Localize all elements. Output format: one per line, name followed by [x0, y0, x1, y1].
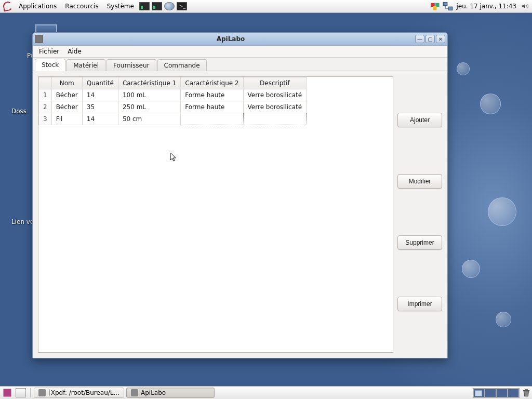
- header-desc[interactable]: Descriptif: [243, 77, 307, 89]
- row-number: 3: [39, 113, 52, 125]
- top-panel: Applications Raccourcis Système >_ jeu. …: [0, 0, 532, 13]
- imprimer-button[interactable]: Imprimer: [397, 297, 442, 311]
- table-header-row: Nom Quantité Caractéristique 1 Caractéri…: [39, 77, 307, 89]
- tabstrip: Stock Matériel Fournisseur Commande: [33, 58, 447, 71]
- workspace-2[interactable]: [485, 389, 496, 397]
- header-index[interactable]: [39, 77, 52, 89]
- clock-text: jeu. 17 janv., 11:43: [456, 3, 516, 10]
- taskbar-label: ApiLabo: [141, 389, 166, 396]
- cell-c2[interactable]: [181, 113, 243, 125]
- menu-fichier[interactable]: Fichier: [35, 47, 63, 56]
- cell-desc[interactable]: Verre borosilicaté: [243, 89, 307, 101]
- app-menubar: Fichier Aide: [33, 46, 447, 58]
- volume-icon[interactable]: [520, 2, 530, 10]
- tab-commande[interactable]: Commande: [157, 59, 207, 71]
- svg-rect-5: [4, 389, 11, 397]
- stock-table-container[interactable]: Nom Quantité Caractéristique 1 Caractéri…: [38, 76, 393, 353]
- window-icon: [35, 35, 43, 43]
- desktop-label-3[interactable]: Lien ve: [11, 218, 34, 225]
- taskbar-item-apilabo[interactable]: ApiLabo: [126, 388, 215, 398]
- globe-icon[interactable]: [164, 2, 175, 10]
- header-quantite[interactable]: Quantité: [82, 77, 118, 89]
- panel-clock[interactable]: jeu. 17 janv., 11:43: [454, 3, 518, 10]
- workspace-1[interactable]: [473, 389, 485, 397]
- header-c2[interactable]: Caractéristique 2: [181, 77, 243, 89]
- row-number: 2: [39, 101, 52, 113]
- svg-rect-4: [449, 7, 453, 10]
- stock-table: Nom Quantité Caractéristique 1 Caractéri…: [38, 77, 307, 125]
- table-row[interactable]: 2 Bécher 35 250 mL Forme haute Verre bor…: [39, 101, 307, 113]
- panel-separator: [30, 388, 31, 397]
- cell-nom[interactable]: Bécher: [51, 89, 82, 101]
- cell-c1[interactable]: 100 mL: [118, 89, 180, 101]
- cell-c2[interactable]: Forme haute: [181, 89, 243, 101]
- svg-rect-2: [433, 6, 437, 10]
- app-window-apilabo: ApiLabo — ▢ ✕ Fichier Aide Stock Matérie…: [32, 32, 448, 358]
- svg-rect-3: [444, 3, 448, 6]
- cell-c2[interactable]: Forme haute: [181, 101, 243, 113]
- terminal-icon[interactable]: >_: [177, 2, 187, 10]
- app-icon: [131, 389, 138, 396]
- minimize-button[interactable]: —: [415, 35, 424, 43]
- network-icon[interactable]: [443, 2, 453, 10]
- show-desktop-button[interactable]: [16, 388, 26, 397]
- supprimer-button[interactable]: Supprimer: [397, 235, 442, 250]
- workspace-switcher[interactable]: [473, 388, 520, 398]
- header-c1[interactable]: Caractéristique 1: [118, 77, 180, 89]
- app-launcher-icon[interactable]: [2, 389, 12, 397]
- tab-fournisseur[interactable]: Fournisseur: [107, 59, 156, 71]
- desktop-label-2[interactable]: Doss: [11, 108, 26, 115]
- close-button[interactable]: ✕: [436, 35, 445, 43]
- maximize-button[interactable]: ▢: [425, 35, 435, 43]
- menu-systeme[interactable]: Système: [103, 2, 138, 11]
- tab-stock[interactable]: Stock: [35, 59, 65, 71]
- workspace-4[interactable]: [508, 389, 519, 397]
- window-title: ApiLabo: [46, 35, 415, 43]
- cell-quantite[interactable]: 14: [82, 113, 118, 125]
- debian-logo-icon[interactable]: [3, 2, 12, 11]
- side-buttons: Ajouter Modifier Supprimer Imprimer: [397, 76, 442, 353]
- row-number: 1: [39, 89, 52, 101]
- cell-c1[interactable]: 250 mL: [118, 101, 180, 113]
- menu-applications[interactable]: Applications: [15, 2, 61, 11]
- sysmon-icon[interactable]: [139, 2, 150, 10]
- ajouter-button[interactable]: Ajouter: [397, 113, 442, 127]
- taskbar-label: [Xpdf: /root/Bureau/L...: [48, 389, 119, 396]
- cell-desc[interactable]: [243, 113, 307, 125]
- trash-icon[interactable]: [522, 388, 531, 397]
- update-icon[interactable]: [430, 2, 441, 10]
- taskbar-item-xpdf[interactable]: [Xpdf: /root/Bureau/L...: [34, 388, 124, 398]
- diskmon-icon[interactable]: [152, 2, 162, 10]
- bottom-panel: [Xpdf: /root/Bureau/L... ApiLabo: [0, 386, 532, 399]
- tab-materiel[interactable]: Matériel: [66, 59, 105, 71]
- modifier-button[interactable]: Modifier: [397, 174, 442, 189]
- menu-aide[interactable]: Aide: [63, 47, 86, 56]
- menu-raccourcis[interactable]: Raccourcis: [61, 2, 102, 11]
- titlebar[interactable]: ApiLabo — ▢ ✕: [33, 33, 447, 46]
- cell-nom[interactable]: Fil: [51, 113, 82, 125]
- header-nom[interactable]: Nom: [51, 77, 82, 89]
- cell-quantite[interactable]: 35: [82, 101, 118, 113]
- cell-nom[interactable]: Bécher: [51, 101, 82, 113]
- table-row[interactable]: 1 Bécher 14 100 mL Forme haute Verre bor…: [39, 89, 307, 101]
- workspace-3[interactable]: [496, 389, 508, 397]
- cell-desc[interactable]: Verre borosilicaté: [243, 101, 307, 113]
- table-row-selected[interactable]: 3 Fil 14 50 cm: [39, 113, 307, 125]
- tab-content: Nom Quantité Caractéristique 1 Caractéri…: [33, 71, 447, 358]
- app-icon: [38, 389, 46, 396]
- cell-c1[interactable]: 50 cm: [118, 113, 180, 125]
- cell-quantite[interactable]: 14: [82, 89, 118, 101]
